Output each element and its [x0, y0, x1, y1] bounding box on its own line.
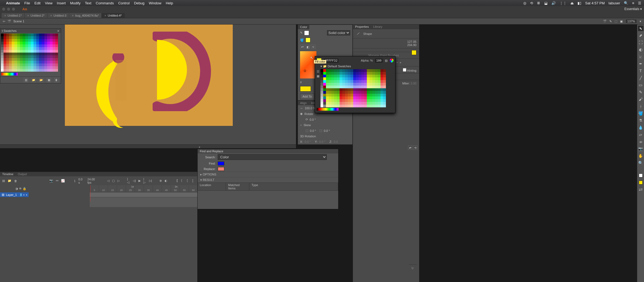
swatch-cell[interactable]	[356, 80, 359, 83]
rotate-radio[interactable]	[300, 112, 303, 116]
swatch-cell[interactable]	[4, 39, 6, 42]
swatch-cell[interactable]	[326, 72, 329, 75]
swatch-cell[interactable]	[334, 75, 337, 77]
swatch-cell[interactable]	[375, 75, 378, 77]
swatch-cell[interactable]	[323, 75, 326, 77]
swatch-cell[interactable]	[383, 105, 386, 107]
swatch-cell[interactable]	[6, 34, 9, 36]
swatch-cell[interactable]	[25, 34, 28, 36]
swatch-cell[interactable]	[36, 69, 39, 72]
swatch-cell[interactable]	[326, 88, 329, 91]
no-color-icon[interactable]: ▨	[385, 59, 388, 62]
swatch-cell[interactable]	[383, 83, 386, 86]
swatch-cell[interactable]	[4, 61, 6, 63]
swatch-cell[interactable]	[6, 39, 9, 42]
spotlight-icon[interactable]: 🔍	[624, 1, 628, 5]
swatch-cell[interactable]	[340, 102, 342, 105]
swatch-cell[interactable]	[367, 102, 370, 105]
swatch-cell[interactable]	[350, 80, 353, 83]
swatch-cell[interactable]	[31, 58, 34, 61]
swatch-cell[interactable]	[31, 39, 34, 42]
swatch-cell[interactable]	[53, 34, 55, 36]
swatch-cell[interactable]	[36, 44, 39, 47]
swatch-cell[interactable]	[9, 34, 12, 36]
swatch-cell[interactable]	[342, 102, 345, 105]
swatch-cell[interactable]	[334, 99, 337, 102]
layer-lock-dot[interactable]: •	[26, 193, 27, 196]
width-minus[interactable]: −	[396, 61, 398, 64]
swatch-cell[interactable]	[1, 42, 4, 44]
swatch-cell[interactable]	[31, 50, 34, 53]
swatch-cell[interactable]	[383, 72, 386, 75]
swatch-cell[interactable]	[364, 75, 367, 77]
swatch-cell[interactable]	[331, 105, 334, 107]
swatch-cell[interactable]	[12, 58, 14, 61]
swatch-cell[interactable]	[20, 50, 23, 53]
swatch-cell[interactable]	[350, 83, 353, 86]
notification-icon[interactable]: ≡	[632, 1, 634, 5]
swatch-cell[interactable]	[337, 83, 340, 86]
loop-icon[interactable]: ▢	[112, 179, 115, 183]
swatch-cell[interactable]	[34, 55, 36, 58]
swatch-cell[interactable]	[14, 39, 17, 42]
width-tool[interactable]: ⟚	[638, 139, 643, 144]
swatch-cell[interactable]	[42, 58, 44, 61]
swatch-cell[interactable]	[383, 102, 386, 105]
swatch-cell[interactable]	[364, 99, 367, 102]
swatch-cell[interactable]	[20, 39, 23, 42]
toolswap-icon[interactable]: ⮂	[638, 187, 643, 192]
swatch-cell[interactable]	[342, 72, 345, 75]
swatch-cell[interactable]	[44, 42, 47, 44]
swatch-cell[interactable]	[326, 99, 329, 102]
swatch-cell[interactable]	[28, 69, 31, 72]
swatch-cell[interactable]	[380, 91, 383, 94]
swatch-cell[interactable]	[12, 66, 14, 69]
swatch-cell[interactable]	[4, 34, 6, 36]
swatch-cell[interactable]	[36, 63, 39, 66]
swatch-cell[interactable]	[20, 63, 23, 66]
swatch-cell[interactable]	[367, 83, 370, 86]
swatch-cell[interactable]	[25, 47, 28, 50]
swatch-cell[interactable]	[17, 53, 20, 55]
swatch-cell[interactable]	[323, 102, 326, 105]
swatch-cell[interactable]	[17, 34, 20, 36]
menu-debug[interactable]: Debug	[134, 1, 144, 5]
swatch-cell[interactable]	[367, 96, 370, 99]
none-icon[interactable]: ⦸	[311, 45, 315, 49]
swatch-cell[interactable]	[20, 69, 23, 72]
swatch-cell[interactable]	[20, 42, 23, 44]
swatch-cell[interactable]	[331, 72, 334, 75]
swatch-cell[interactable]	[367, 88, 370, 91]
swatch-cell[interactable]	[55, 55, 58, 58]
swatch-cell[interactable]	[378, 94, 380, 96]
popup-gradient-row[interactable]	[317, 108, 338, 111]
swatch-cell[interactable]	[323, 72, 326, 75]
swatch-cell[interactable]	[23, 61, 25, 63]
swatch-cell[interactable]	[378, 86, 380, 88]
menu-insert[interactable]: Insert	[57, 1, 66, 5]
swatch-cell[interactable]	[378, 91, 380, 94]
swatch-cell[interactable]	[356, 102, 359, 105]
swatch-cell[interactable]	[372, 105, 375, 107]
swatch-cell[interactable]	[50, 66, 53, 69]
swatch-cell[interactable]	[4, 66, 6, 69]
skew-x[interactable]: 0.0 °	[310, 129, 316, 132]
swatch-cell[interactable]	[42, 66, 44, 69]
swatch-cell[interactable]	[372, 83, 375, 86]
close-icon[interactable]: ×	[199, 146, 200, 149]
layer-row[interactable]: ▥ Layer_1 • •	[0, 192, 29, 197]
swatch-cell[interactable]	[356, 88, 359, 91]
swatch-cell[interactable]	[329, 94, 331, 96]
swatch-cell[interactable]	[334, 96, 337, 99]
swatch-cell[interactable]	[326, 69, 329, 72]
swatch-cell[interactable]	[345, 77, 348, 80]
swatch-cell[interactable]	[6, 42, 9, 44]
swatch-cell[interactable]	[1, 50, 4, 53]
bone-tool[interactable]: ⟊	[638, 104, 643, 109]
swatch-cell[interactable]	[353, 77, 356, 80]
swatch-cell[interactable]	[334, 88, 337, 91]
replace-color-chip[interactable]	[218, 167, 224, 171]
swatch-cell[interactable]	[367, 75, 370, 77]
swatch-cell[interactable]	[353, 88, 356, 91]
swatch-cell[interactable]	[370, 99, 372, 102]
